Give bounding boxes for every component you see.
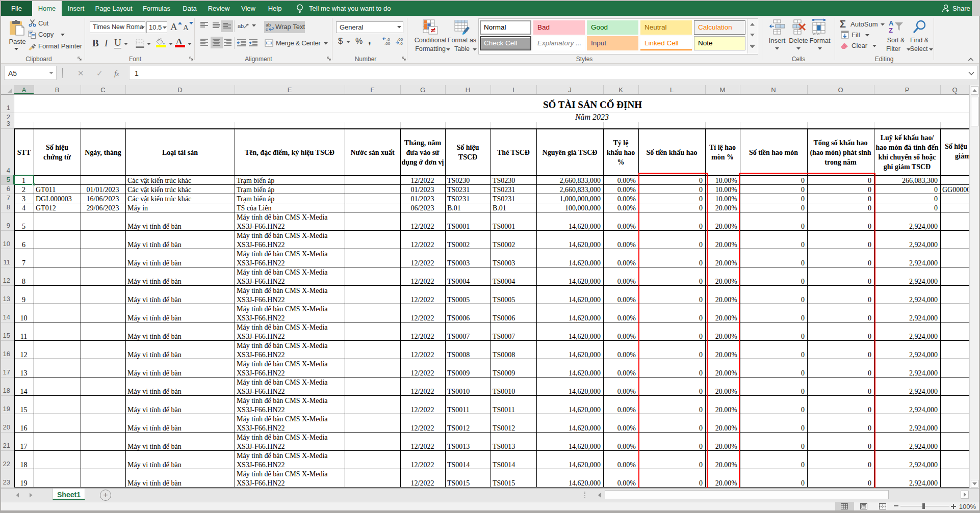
svg-text:c: c	[266, 27, 268, 32]
svg-text:Z: Z	[889, 26, 893, 34]
svg-text:A: A	[889, 19, 894, 27]
svg-text:.00: .00	[384, 41, 391, 45]
svg-text:ab: ab	[238, 23, 244, 29]
svg-text:.0: .0	[399, 41, 403, 45]
